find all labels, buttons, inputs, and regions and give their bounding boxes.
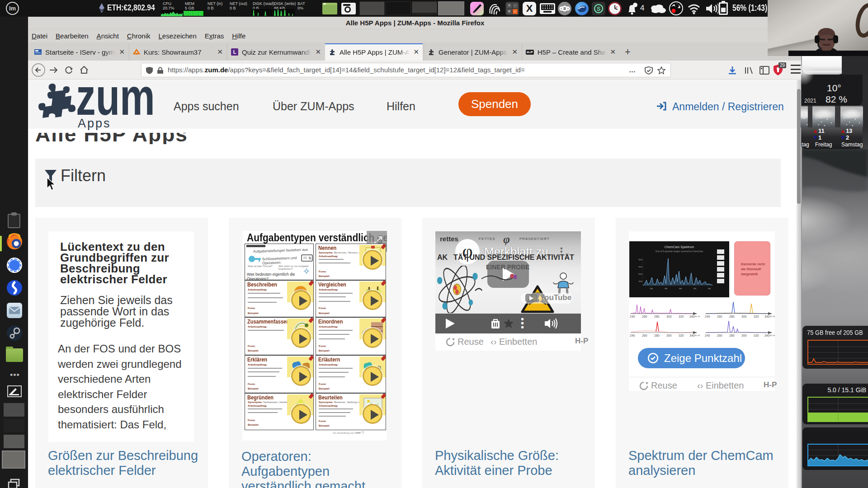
svg-text:280: 280 (665, 288, 667, 290)
svg-text:260: 260 (650, 288, 653, 290)
svg-text:260: 260 (717, 334, 722, 337)
svg-text:280: 280 (654, 334, 660, 337)
svg-text:260: 260 (642, 334, 647, 337)
svg-text:300: 300 (741, 315, 747, 318)
svg-text:300: 300 (666, 334, 672, 337)
svg-text:4000: 4000 (638, 258, 643, 261)
svg-text:340: 340 (689, 334, 695, 337)
svg-text:320: 320 (679, 315, 684, 318)
svg-text:in nm: in nm (770, 334, 775, 337)
svg-text:340: 340 (689, 315, 695, 318)
svg-text:320: 320 (679, 334, 684, 337)
svg-text:in nm: in nm (695, 334, 700, 337)
svg-text:320: 320 (754, 334, 759, 337)
svg-text:260: 260 (642, 315, 647, 318)
svg-text:340: 340 (708, 288, 711, 290)
svg-text:L: L (233, 49, 236, 55)
svg-text:280: 280 (729, 315, 735, 318)
svg-text:320: 320 (693, 288, 696, 290)
svg-text:240: 240 (630, 334, 635, 337)
svg-text:2000: 2000 (638, 273, 643, 275)
svg-text:240: 240 (630, 315, 635, 318)
svg-text:240: 240 (705, 315, 710, 318)
svg-text:260: 260 (717, 315, 722, 318)
svg-text:in nm: in nm (770, 315, 775, 318)
svg-text:⇅: ⇅ (308, 256, 311, 260)
svg-text:1000: 1000 (638, 280, 643, 282)
svg-text:in nm: in nm (695, 315, 700, 318)
svg-text:340: 340 (764, 315, 770, 318)
svg-text:300: 300 (666, 315, 672, 318)
svg-text:240: 240 (705, 334, 710, 337)
svg-text:340: 340 (764, 334, 770, 337)
svg-text:320: 320 (754, 315, 759, 318)
svg-text:280: 280 (654, 315, 660, 318)
svg-text:3000: 3000 (638, 266, 643, 268)
svg-text:300: 300 (741, 334, 747, 337)
svg-text:300: 300 (679, 288, 682, 290)
svg-text:S: S (597, 5, 601, 12)
svg-text:280: 280 (729, 334, 735, 337)
